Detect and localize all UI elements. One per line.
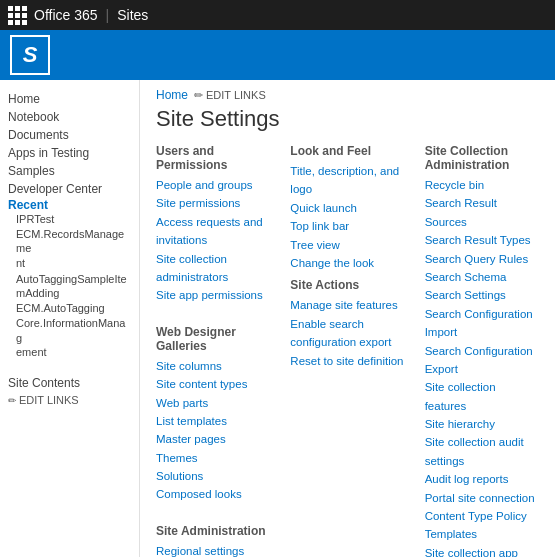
breadcrumb: Home ✏ EDIT LINKS <box>156 88 539 102</box>
settings-col1: Users and Permissions People and groups … <box>156 144 270 557</box>
link-site-collection-audit[interactable]: Site collection audit settings <box>425 433 539 470</box>
link-site-app-permissions[interactable]: Site app permissions <box>156 286 270 304</box>
sidebar-item-home[interactable]: Home <box>8 90 131 108</box>
link-composed-looks[interactable]: Composed looks <box>156 485 270 503</box>
app-title[interactable]: Office 365 <box>34 7 98 23</box>
pencil-icon: ✏ <box>8 395 16 406</box>
section-title-site-actions: Site Actions <box>290 278 404 292</box>
breadcrumb-edit-label: EDIT LINKS <box>206 89 266 101</box>
link-site-collection-app-permissions[interactable]: Site collection app permissions <box>425 544 539 557</box>
section-title-site-admin: Site Administration <box>156 524 270 538</box>
link-search-result-sources[interactable]: Search Result Sources <box>425 194 539 231</box>
section-web-designer: Web Designer Galleries Site columns Site… <box>156 325 270 504</box>
section-site-collection-admin: Site Collection Administration Recycle b… <box>425 144 539 557</box>
settings-col2: Look and Feel Title, description, and lo… <box>290 144 539 557</box>
section-look-feel: Look and Feel Title, description, and lo… <box>290 144 404 272</box>
link-site-hierarchy[interactable]: Site hierarchy <box>425 415 539 433</box>
link-audit-log-reports[interactable]: Audit log reports <box>425 470 539 488</box>
sidebar-edit-links[interactable]: ✏ EDIT LINKS <box>8 392 131 408</box>
sidebar-sub-autotagging[interactable]: AutoTaggingSampleItemAdding <box>8 271 131 302</box>
link-portal-site-connection[interactable]: Portal site connection <box>425 489 539 507</box>
link-quick-launch[interactable]: Quick launch <box>290 199 404 217</box>
sidebar-item-apps-in-testing[interactable]: Apps in Testing <box>8 144 131 162</box>
breadcrumb-pencil-icon: ✏ <box>194 89 203 102</box>
sidebar-item-site-contents[interactable]: Site Contents <box>8 374 131 392</box>
section-site-admin: Site Administration Regional settings La… <box>156 524 270 557</box>
link-list-templates[interactable]: List templates <box>156 412 270 430</box>
link-manage-features[interactable]: Manage site features <box>290 296 404 314</box>
link-enable-search-export[interactable]: Enable search configuration export <box>290 315 404 352</box>
sp-logo-bar: S <box>0 30 555 80</box>
sidebar-item-documents[interactable]: Documents <box>8 126 131 144</box>
link-search-query-rules[interactable]: Search Query Rules <box>425 250 539 268</box>
sp-logo: S <box>10 35 50 75</box>
sidebar-recent-header: Recent <box>8 195 48 214</box>
link-regional-settings[interactable]: Regional settings <box>156 542 270 557</box>
edit-links-label: EDIT LINKS <box>19 394 79 406</box>
top-navbar: Office 365 | Sites <box>0 0 555 30</box>
page-title: Site Settings <box>156 106 539 132</box>
link-search-settings[interactable]: Search Settings <box>425 286 539 304</box>
link-access-requests[interactable]: Access requests and invitations <box>156 213 270 250</box>
settings-subcol-left: Look and Feel Title, description, and lo… <box>290 144 404 557</box>
link-reset-site-def[interactable]: Reset to site definition <box>290 352 404 370</box>
section-title-look-feel: Look and Feel <box>290 144 404 158</box>
sites-label[interactable]: Sites <box>117 7 148 23</box>
link-master-pages[interactable]: Master pages <box>156 430 270 448</box>
link-themes[interactable]: Themes <box>156 449 270 467</box>
content-area: Home ✏ EDIT LINKS Site Settings Users an… <box>140 80 555 557</box>
section-title-site-collection: Site Collection Administration <box>425 144 539 172</box>
link-change-look[interactable]: Change the look <box>290 254 404 272</box>
section-title-users: Users and Permissions <box>156 144 270 172</box>
nav-divider: | <box>106 7 110 23</box>
link-site-collection-features[interactable]: Site collection features <box>425 378 539 415</box>
sidebar-sub-core-info[interactable]: Core.InformationManagement <box>8 315 131 360</box>
link-site-columns[interactable]: Site columns <box>156 357 270 375</box>
link-solutions[interactable]: Solutions <box>156 467 270 485</box>
link-title-desc-logo[interactable]: Title, description, and logo <box>290 162 404 199</box>
link-top-link-bar[interactable]: Top link bar <box>290 217 404 235</box>
sidebar-sub-ecm-records[interactable]: ECM.RecordsManagement <box>8 226 131 271</box>
link-web-parts[interactable]: Web parts <box>156 394 270 412</box>
link-tree-view[interactable]: Tree view <box>290 236 404 254</box>
link-site-permissions[interactable]: Site permissions <box>156 194 270 212</box>
settings-subcol-right: Site Collection Administration Recycle b… <box>425 144 539 557</box>
waffle-icon[interactable] <box>8 6 26 24</box>
link-search-config-export[interactable]: Search Configuration Export <box>425 342 539 379</box>
link-search-config-import[interactable]: Search Configuration Import <box>425 305 539 342</box>
sidebar-item-samples[interactable]: Samples <box>8 162 131 180</box>
breadcrumb-home[interactable]: Home <box>156 88 188 102</box>
link-site-content-types[interactable]: Site content types <box>156 375 270 393</box>
main-container: Home Notebook Documents Apps in Testing … <box>0 80 555 557</box>
section-site-actions: Site Actions Manage site features Enable… <box>290 278 404 370</box>
breadcrumb-edit-links[interactable]: ✏ EDIT LINKS <box>194 89 266 102</box>
link-recycle-bin[interactable]: Recycle bin <box>425 176 539 194</box>
sidebar-sub-iprtest[interactable]: IPRTest <box>8 212 131 226</box>
link-site-collection-admins[interactable]: Site collection administrators <box>156 250 270 287</box>
link-content-type-policy[interactable]: Content Type Policy Templates <box>425 507 539 544</box>
sidebar-sub-ecm-autotagging[interactable]: ECM.AutoTagging <box>8 301 131 315</box>
sidebar-item-notebook[interactable]: Notebook <box>8 108 131 126</box>
settings-grid: Users and Permissions People and groups … <box>156 144 539 557</box>
link-search-result-types[interactable]: Search Result Types <box>425 231 539 249</box>
link-search-schema[interactable]: Search Schema <box>425 268 539 286</box>
sidebar: Home Notebook Documents Apps in Testing … <box>0 80 140 557</box>
section-users-permissions: Users and Permissions People and groups … <box>156 144 270 305</box>
section-title-web-designer: Web Designer Galleries <box>156 325 270 353</box>
link-people-groups[interactable]: People and groups <box>156 176 270 194</box>
